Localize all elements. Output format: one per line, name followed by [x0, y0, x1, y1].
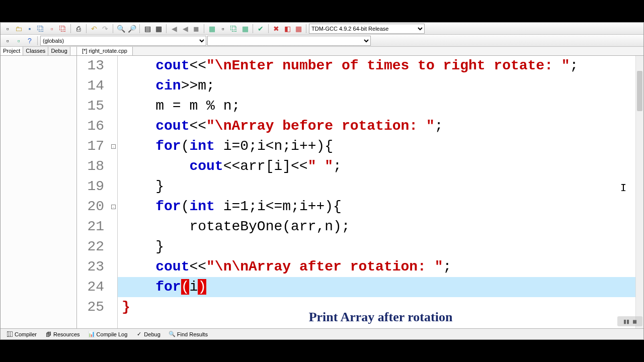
print-icon[interactable]: ⎙	[73, 24, 84, 34]
code-lines[interactable]: cout<<"\nEnter number of times to right …	[117, 56, 643, 328]
code-line[interactable]: cout<<"\n\nArray after rotation: ";	[118, 257, 643, 277]
debug-icon: ✓	[135, 331, 142, 338]
code-line[interactable]: rotateByOne(arr,n);	[118, 217, 643, 237]
vertical-scrollbar[interactable]	[635, 56, 643, 328]
toolbar-secondary: ▫ ▫ ? (globals)	[1, 35, 643, 47]
fold-column: --	[111, 56, 117, 328]
fold-toggle-icon[interactable]: -	[111, 144, 116, 149]
recording-controls[interactable]: ▮▮ ◼	[617, 316, 642, 326]
stop-rec-icon[interactable]: ◼	[632, 318, 637, 325]
scroll-thumb[interactable]	[637, 71, 642, 111]
folder-open-icon[interactable]: 🗀	[14, 24, 24, 34]
compile-icon[interactable]: ▦	[207, 24, 217, 34]
help-icon[interactable]: ?	[25, 36, 35, 46]
pause-icon[interactable]: ▮▮	[623, 318, 629, 325]
left-panel: Project Classes Debug	[1, 47, 77, 328]
file-new-icon[interactable]: ▫	[3, 24, 13, 34]
forward-icon[interactable]: ◀	[180, 24, 190, 34]
tab-project[interactable]: Project	[1, 47, 23, 55]
redo-icon[interactable]: ↷	[100, 24, 110, 34]
code-line[interactable]: m = m % n;	[118, 96, 643, 116]
bottom-tab-debug[interactable]: ✓Debug	[132, 329, 164, 339]
compile-log-icon: 📊	[88, 331, 95, 338]
annotation-caption: Print Array after rotation	[309, 308, 453, 326]
ide-window: ▫ 🗀 ▪ ⿻ ▫ ⿻ ⎙ ↶ ↷ 🔍 🔎 ▤ ▦ ◀ ◀ ◼ ▦ ▫ ⿻ ▦ …	[0, 22, 644, 340]
find-icon[interactable]: 🔍	[116, 24, 126, 34]
find-results-icon: 🔍	[169, 331, 176, 338]
tab-debug[interactable]: Debug	[48, 47, 70, 55]
save-all-icon[interactable]: ⿻	[36, 24, 46, 34]
main-area: Project Classes Debug [*] right_rotate.c…	[1, 47, 643, 328]
code-line[interactable]: cout<<arr[i]<<" ";	[118, 156, 643, 176]
tab-classes[interactable]: Classes	[23, 47, 48, 55]
text-cursor-icon: I	[620, 180, 626, 195]
stop-icon[interactable]: ◼	[191, 24, 201, 34]
save-icon[interactable]: ▪	[25, 24, 35, 34]
member-select[interactable]	[207, 36, 371, 46]
profile-icon[interactable]: ◧	[282, 24, 292, 34]
bottom-tab-compiler[interactable]: ⿲Compiler	[3, 329, 40, 339]
compiler-icon: ⿲	[6, 331, 13, 338]
left-tabs: Project Classes Debug	[1, 47, 76, 56]
code-line[interactable]: cout<<"\nEnter number of times to right …	[118, 56, 643, 76]
code-line[interactable]: for(i)	[118, 277, 643, 297]
new-file2-icon[interactable]: ▫	[3, 36, 13, 46]
editor-panel: [*] right_rotate.cpp 1314151617181920212…	[77, 47, 643, 328]
close-icon[interactable]: ▫	[47, 24, 57, 34]
bottom-tab-label: Find Results	[177, 331, 208, 337]
open-project-icon[interactable]: ▫	[14, 36, 24, 46]
code-line[interactable]: for(int i=1;i<=m;i++){	[118, 197, 643, 217]
run-icon[interactable]: ▫	[218, 24, 228, 34]
bookmark-icon[interactable]: ▦	[153, 24, 164, 34]
bottom-tab-label: Compiler	[15, 331, 37, 337]
back-icon[interactable]: ◀	[169, 24, 179, 34]
debug-run-icon[interactable]: ▦	[293, 24, 303, 34]
undo-icon[interactable]: ↶	[89, 24, 99, 34]
line-gutter: 13141516171819202122232425	[77, 56, 111, 328]
bottom-tab-label: Debug	[144, 331, 160, 337]
compile-run-icon[interactable]: ⿻	[229, 24, 239, 34]
fold-toggle-icon[interactable]: -	[111, 205, 116, 209]
bottom-tab-resources[interactable]: 🗐Resources	[41, 329, 84, 339]
code-line[interactable]: cin>>m;	[118, 76, 643, 96]
compiler-select[interactable]: TDM-GCC 4.9.2 64-bit Release	[309, 24, 425, 34]
abort-icon[interactable]: ✖	[271, 24, 281, 34]
toolbar-main: ▫ 🗀 ▪ ⿻ ▫ ⿻ ⎙ ↶ ↷ 🔍 🔎 ▤ ▦ ◀ ◀ ◼ ▦ ▫ ⿻ ▦ …	[1, 23, 643, 35]
code-line[interactable]: }	[118, 237, 643, 257]
code-area[interactable]: 13141516171819202122232425 -- cout<<"\nE…	[77, 56, 643, 328]
bottom-tab-find-results[interactable]: 🔍Find Results	[165, 329, 211, 339]
resources-icon: 🗐	[45, 331, 52, 338]
file-tab-active[interactable]: [*] right_rotate.cpp	[77, 47, 133, 55]
bottom-tab-label: Compile Log	[97, 331, 128, 337]
syntax-check-icon[interactable]: ✔	[256, 24, 266, 34]
goto-icon[interactable]: ▤	[142, 24, 152, 34]
code-line[interactable]: for(int i=0;i<n;i++){	[118, 136, 643, 156]
code-line[interactable]: }	[118, 176, 643, 197]
bottom-tab-label: Resources	[53, 331, 80, 337]
bottom-tabs: ⿲Compiler🗐Resources📊Compile Log✓Debug🔍Fi…	[1, 328, 643, 339]
close-all-icon[interactable]: ⿻	[58, 24, 68, 34]
code-line[interactable]: cout<<"\nArray before rotation: ";	[118, 116, 643, 136]
rebuild-icon[interactable]: ▦	[240, 24, 250, 34]
scope-select[interactable]: (globals)	[40, 36, 206, 46]
replace-icon[interactable]: 🔎	[127, 24, 137, 34]
bottom-tab-compile-log[interactable]: 📊Compile Log	[85, 329, 131, 339]
file-tabs: [*] right_rotate.cpp	[77, 47, 643, 56]
